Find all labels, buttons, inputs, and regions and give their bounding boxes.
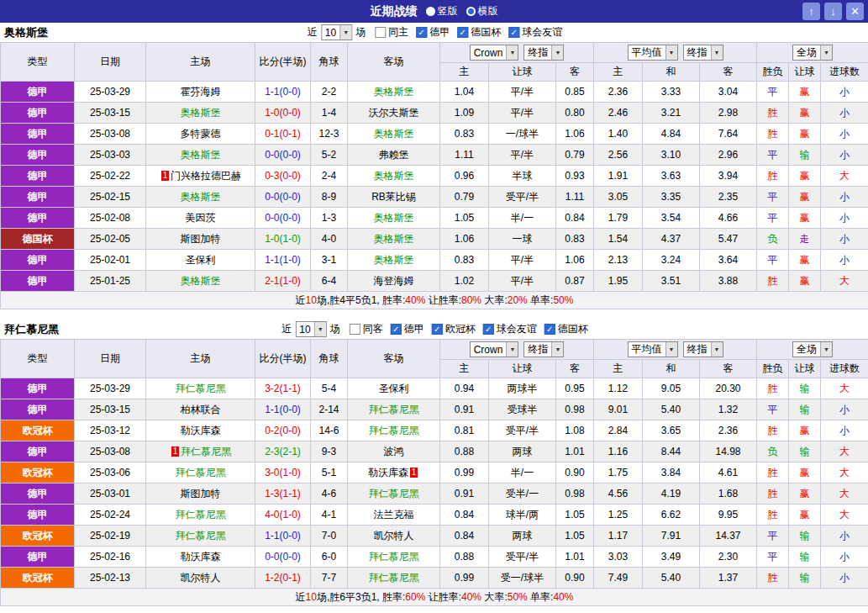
score-cell[interactable]: 4-0(1-0) — [255, 505, 311, 526]
handicap-result-cell: 输 — [789, 547, 821, 568]
team-link[interactable]: 拜仁慕尼黑 — [369, 425, 419, 436]
team-link[interactable]: 法兰克福 — [374, 509, 414, 521]
team-link[interactable]: 勒沃库森 — [181, 551, 221, 563]
team-link[interactable]: 霍芬海姆 — [181, 86, 221, 98]
score-cell[interactable]: 2-1(1-0) — [255, 271, 311, 292]
team-link[interactable]: 拜仁慕尼黑 — [176, 509, 226, 521]
score-cell[interactable]: 0-0(0-0) — [255, 547, 311, 568]
euro-stage-select[interactable]: 终指▼ — [683, 45, 723, 61]
bookmaker-select[interactable]: Crown▼ — [470, 341, 519, 357]
team-link[interactable]: 奥格斯堡 — [374, 233, 414, 245]
team-link[interactable]: 波鸿 — [384, 446, 404, 457]
filter-checkbox[interactable]: ✓欧冠杯 — [432, 322, 476, 336]
filter-checkbox[interactable]: ✓德甲 — [416, 25, 450, 40]
team-link[interactable]: 奥格斯堡 — [374, 254, 414, 266]
team-link[interactable]: 海登海姆 — [374, 275, 414, 287]
filter-checkbox[interactable]: ✓德国杯 — [457, 25, 501, 40]
score-cell[interactable]: 3-2(1-1) — [255, 378, 311, 399]
score-cell[interactable]: 0-1(0-1) — [255, 124, 311, 145]
filter-checkbox[interactable]: ✓德国杯 — [544, 322, 588, 336]
chevron-down-icon: ▼ — [339, 25, 351, 40]
league-badge: 德甲 — [1, 124, 75, 145]
team-link[interactable]: 奥格斯堡 — [181, 107, 221, 119]
euro-stage-select[interactable]: 终指▼ — [683, 341, 723, 357]
score-cell[interactable]: 1-0(0-0) — [255, 103, 311, 124]
asia-home-odds: 1.11 — [440, 145, 489, 166]
team-link[interactable]: 沃尔夫斯堡 — [369, 107, 419, 119]
team-cell: 拜仁慕尼黑 — [348, 547, 440, 568]
score-cell[interactable]: 1-0(1-0) — [255, 229, 311, 250]
team-link[interactable]: 拜仁慕尼黑 — [176, 383, 226, 394]
outcome-cell: 平 — [757, 250, 789, 271]
score-cell[interactable]: 0-2(0-0) — [255, 420, 311, 441]
score-cell[interactable]: 0-0(0-0) — [255, 208, 311, 229]
scope-select[interactable]: 全场▼ — [792, 45, 833, 61]
score-cell[interactable]: 1-2(0-1) — [255, 568, 311, 589]
score-cell[interactable]: 1-1(0-0) — [255, 526, 311, 547]
team-link[interactable]: 奥格斯堡 — [374, 86, 414, 98]
team-link[interactable]: 勒沃库森 — [181, 425, 221, 436]
team-link[interactable]: 奥格斯堡 — [181, 191, 221, 203]
team-link[interactable]: 圣保利 — [186, 254, 216, 266]
team-link[interactable]: 凯尔特人 — [374, 530, 414, 542]
team-link[interactable]: 拜仁慕尼黑 — [181, 446, 231, 457]
score-cell[interactable]: 0-0(0-0) — [255, 187, 311, 208]
team-link[interactable]: 多特蒙德 — [181, 128, 221, 140]
euro-draw-odds: 4.19 — [643, 484, 700, 505]
filter-checkbox[interactable]: ✓球会友谊 — [483, 322, 537, 336]
team-cell: 奥格斯堡 — [146, 103, 255, 124]
move-up-button[interactable]: ↑ — [802, 3, 820, 20]
asia-stage-select[interactable]: 终指▼ — [523, 45, 564, 61]
filter-checkbox[interactable]: 同客 — [350, 322, 383, 336]
filter-checkbox[interactable]: 同主 — [375, 25, 408, 40]
team-link[interactable]: 弗赖堡 — [379, 149, 409, 161]
team-link[interactable]: 奥格斯堡 — [374, 170, 414, 182]
team-cell: 斯图加特 — [146, 229, 255, 250]
bookmaker-select[interactable]: Crown▼ — [470, 45, 519, 61]
team-link[interactable]: 拜仁慕尼黑 — [369, 404, 419, 415]
asia-stage-select[interactable]: 终指▼ — [523, 341, 564, 357]
team-link[interactable]: RB莱比锡 — [371, 191, 416, 203]
score-cell[interactable]: 0-0(0-0) — [255, 145, 311, 166]
team-link[interactable]: 奥格斯堡 — [374, 212, 414, 224]
team-link[interactable]: 拜仁慕尼黑 — [176, 467, 226, 478]
layout-radio-horizontal[interactable]: 横版 — [466, 4, 498, 18]
move-down-button[interactable]: ↓ — [824, 3, 842, 20]
score-cell[interactable]: 0-3(0-0) — [255, 166, 311, 187]
team-link[interactable]: 拜仁慕尼黑 — [176, 530, 226, 542]
team-link[interactable]: 斯图加特 — [181, 233, 221, 245]
team-link[interactable]: 拜仁慕尼黑 — [369, 551, 419, 563]
score-cell[interactable]: 2-3(2-1) — [255, 441, 311, 462]
score-cell[interactable]: 1-1(1-0) — [255, 250, 311, 271]
match-count-select[interactable]: 10▼ — [321, 24, 352, 40]
team-link[interactable]: 门兴格拉德巴赫 — [171, 170, 241, 182]
euro-away-odds: 2.36 — [700, 420, 757, 441]
team-link[interactable]: 美因茨 — [186, 212, 216, 224]
score-cell[interactable]: 1-1(0-0) — [255, 82, 311, 103]
score-cell[interactable]: 1-1(0-0) — [255, 399, 311, 420]
team-link[interactable]: 勒沃库森 — [368, 467, 408, 478]
team-link[interactable]: 拜仁慕尼黑 — [369, 488, 419, 499]
euro-average-select[interactable]: 平均值▼ — [628, 341, 678, 357]
match-count-select[interactable]: 10▼ — [295, 321, 326, 337]
team-cell: 奥格斯堡 — [348, 229, 440, 250]
team-link[interactable]: 奥格斯堡 — [374, 128, 414, 140]
select-value: Crown — [471, 344, 507, 356]
score-cell[interactable]: 1-3(1-1) — [255, 484, 311, 505]
layout-radio-vertical[interactable]: 竖版 — [426, 4, 458, 18]
team-link[interactable]: 凯尔特人 — [181, 572, 221, 584]
close-button[interactable]: ✕ — [846, 3, 864, 20]
score-cell[interactable]: 3-0(1-0) — [255, 462, 311, 484]
euro-away-odds: 20.30 — [700, 378, 757, 399]
team-link[interactable]: 斯图加特 — [181, 488, 221, 499]
team-link[interactable]: 奥格斯堡 — [181, 275, 221, 287]
team-link[interactable]: 圣保利 — [379, 383, 409, 394]
team-link[interactable]: 拜仁慕尼黑 — [369, 572, 419, 584]
filter-checkbox[interactable]: ✓德甲 — [391, 322, 424, 336]
scope-select[interactable]: 全场▼ — [792, 341, 833, 357]
corner-cell: 5-4 — [311, 378, 348, 399]
euro-average-select[interactable]: 平均值▼ — [628, 45, 678, 61]
filter-checkbox[interactable]: ✓球会友谊 — [508, 25, 562, 40]
team-link[interactable]: 奥格斯堡 — [181, 149, 221, 161]
team-link[interactable]: 柏林联合 — [181, 404, 221, 415]
